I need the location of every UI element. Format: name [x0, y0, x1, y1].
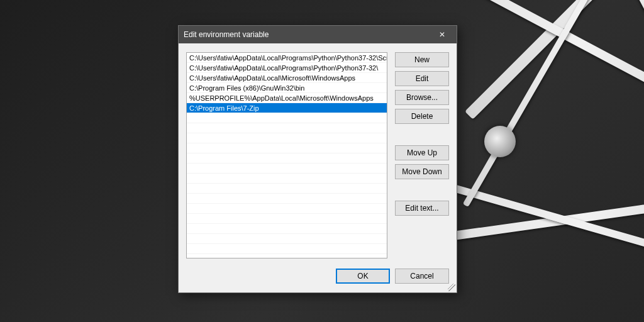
path-row-empty — [187, 184, 387, 194]
new-button[interactable]: New — [395, 52, 449, 67]
path-row-empty — [187, 214, 387, 224]
delete-button[interactable]: Delete — [395, 109, 449, 124]
path-row-empty — [187, 123, 387, 133]
dialog-content: C:\Users\fatiw\AppData\Local\Programs\Py… — [179, 43, 457, 265]
dialog-title: Edit environment variable — [184, 30, 433, 39]
path-row[interactable]: C:\Users\fatiw\AppData\Local\Programs\Py… — [187, 53, 387, 63]
path-row-empty — [187, 153, 387, 164]
resize-grip[interactable] — [448, 284, 455, 291]
dialog-footer: OK Cancel — [179, 265, 457, 292]
path-row[interactable]: C:\Users\fatiw\AppData\Local\Programs\Py… — [187, 63, 387, 73]
path-row[interactable]: C:\Program Files (x86)\GnuWin32\bin — [187, 83, 387, 93]
path-row-empty — [187, 113, 387, 123]
browse-button[interactable]: Browse... — [395, 90, 449, 105]
path-row-empty — [187, 204, 387, 214]
cancel-button[interactable]: Cancel — [395, 269, 449, 284]
path-row-empty — [187, 133, 387, 143]
path-row-empty — [187, 224, 387, 234]
close-button[interactable]: ✕ — [433, 28, 452, 42]
path-row-empty — [187, 164, 387, 174]
path-row[interactable]: C:\Program Files\7-Zip — [187, 103, 387, 113]
path-row-empty — [187, 174, 387, 184]
path-row[interactable]: C:\Users\fatiw\AppData\Local\Microsoft\W… — [187, 73, 387, 83]
move-up-button[interactable]: Move Up — [395, 145, 449, 160]
path-listbox[interactable]: C:\Users\fatiw\AppData\Local\Programs\Py… — [186, 52, 387, 258]
edit-env-var-dialog: Edit environment variable ✕ C:\Users\fat… — [178, 25, 457, 293]
edit-button[interactable]: Edit — [395, 71, 449, 86]
path-row-empty — [187, 244, 387, 254]
edit-text-button[interactable]: Edit text... — [395, 201, 449, 216]
ok-button[interactable]: OK — [336, 269, 390, 284]
path-row-empty — [187, 143, 387, 153]
path-row-empty — [187, 234, 387, 244]
path-row-empty — [187, 194, 387, 204]
move-down-button[interactable]: Move Down — [395, 164, 449, 179]
side-buttons: New Edit Browse... Delete Move Up Move D… — [395, 52, 449, 258]
path-row[interactable]: %USERPROFILE%\AppData\Local\Microsoft\Wi… — [187, 93, 387, 103]
titlebar[interactable]: Edit environment variable ✕ — [179, 26, 457, 43]
